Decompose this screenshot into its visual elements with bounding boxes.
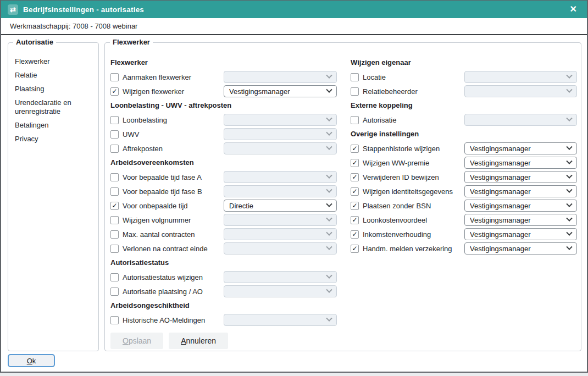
label-voor-onbepaalde-tijd: Voor onbepaalde tijd: [123, 202, 224, 210]
checkbox-stappenhistorie-wijzigen[interactable]: ✓: [351, 145, 359, 153]
checkbox-autorisatiestatus-wijzigen[interactable]: [110, 273, 119, 281]
checkbox-autorisatie-plaatsing-ao[interactable]: [110, 287, 119, 296]
label-autorisatie-plaatsing-ao: Autorisatie plaatsing / AO: [123, 287, 224, 296]
company-label: Werkmaatschappij: 7008 - 7008 webinar: [10, 22, 137, 30]
sidebar-item-flexwerker[interactable]: Flexwerker: [15, 57, 93, 66]
chevron-down-icon: [566, 215, 572, 222]
dropdown-wijzigen-ww-premie[interactable]: Vestigingsmanager: [464, 157, 577, 169]
setting-row-handm-melden-verzekering: ✓Handm. melden verzekeringVestigingsmana…: [350, 241, 576, 256]
setting-row-stappenhistorie-wijzigen: ✓Stappenhistorie wijzigenVestigingsmanag…: [350, 141, 576, 156]
label-max-aantal-contracten: Max. aantal contracten: [123, 230, 224, 239]
label-verlonen-na-contract-einde: Verlonen na contract einde: [123, 245, 224, 253]
dropdown-verlonen-na-contract-einde[interactable]: [224, 242, 337, 255]
sidebar-item-privacy[interactable]: Privacy: [15, 135, 93, 143]
dropdown-handm-melden-verzekering[interactable]: Vestigingsmanager: [464, 242, 577, 255]
setting-row-verlonen-na-contract-einde: Verlonen na contract einde: [109, 241, 342, 256]
sidebar-item-urendeclaratie-en-urenregistratie[interactable]: Urendeclaratie en urenregistratie: [15, 98, 93, 116]
setting-row-wijzigen-ww-premie: ✓Wijzigen WW-premieVestigingsmanager: [350, 156, 576, 170]
label-locatie: Locatie: [363, 73, 464, 81]
dropdown-aanmaken-flexwerker[interactable]: [224, 71, 337, 83]
dropdown-loonkostenvoordeel[interactable]: Vestigingsmanager: [464, 214, 577, 226]
checkbox-verlonen-na-contract-einde[interactable]: [110, 245, 119, 253]
dropdown-value-verwijderen-id-bewijzen: Vestigingsmanager: [470, 173, 531, 181]
dropdown-wijzigen-flexwerker[interactable]: Vestigingsmanager: [224, 85, 337, 97]
dropdown-relatiebeheerder[interactable]: [464, 85, 577, 97]
chevron-down-icon: [326, 144, 332, 150]
setting-row-loonbelasting: Loonbelasting: [109, 113, 342, 127]
label-inkomstenverhouding: Inkomstenverhouding: [363, 230, 464, 239]
ok-button[interactable]: Ok: [8, 354, 55, 367]
sidebar-items: FlexwerkerRelatiePlaatsingUrendeclaratie…: [8, 43, 98, 143]
dropdown-locatie[interactable]: [464, 71, 577, 83]
setting-row-voor-bepaalde-tijd-fase-a: Voor bepaalde tijd fase A: [109, 170, 342, 184]
checkbox-loonbelasting[interactable]: [110, 116, 119, 124]
checkbox-historische-ao-meldingen[interactable]: [110, 316, 119, 324]
dropdown-loonbelasting[interactable]: [224, 114, 337, 126]
dropdown-autorisatie-plaatsing-ao[interactable]: [224, 285, 337, 297]
section-heading-arbeidsovereenkomsten: Arbeidsovereenkomsten: [110, 158, 342, 167]
save-button[interactable]: Opslaan: [110, 333, 163, 349]
section-heading-autorisatiestatus: Autorisatiestatus: [110, 258, 342, 267]
checkbox-relatiebeheerder[interactable]: [351, 87, 359, 96]
checkbox-voor-bepaalde-tijd-fase-a[interactable]: [110, 173, 119, 181]
checkbox-uwv[interactable]: [110, 130, 119, 139]
sidebar-item-plaatsing[interactable]: Plaatsing: [15, 85, 93, 93]
dropdown-plaatsen-zonder-bsn[interactable]: Vestigingsmanager: [464, 200, 577, 212]
chevron-down-icon: [326, 173, 332, 179]
dropdown-max-aantal-contracten[interactable]: [224, 228, 337, 240]
dropdown-voor-bepaalde-tijd-fase-a[interactable]: [224, 171, 337, 183]
cancel-button[interactable]: Annuleren: [169, 333, 228, 349]
dropdown-value-inkomstenverhouding: Vestigingsmanager: [470, 230, 531, 239]
dropdown-aftrekposten[interactable]: [224, 142, 337, 154]
setting-row-voor-bepaalde-tijd-fase-b: Voor bepaalde tijd fase B: [109, 184, 342, 198]
chevron-down-icon: [566, 173, 572, 179]
label-uwv: UWV: [123, 130, 224, 139]
checkbox-wijzigen-identiteitsgegevens[interactable]: ✓: [351, 187, 359, 196]
checkbox-autorisatie[interactable]: [351, 116, 359, 124]
label-aftrekposten: Aftrekposten: [123, 145, 224, 153]
checkbox-plaatsen-zonder-bsn[interactable]: ✓: [351, 202, 359, 210]
dropdown-wijzigen-volgnummer[interactable]: [224, 214, 337, 226]
checkbox-wijzigen-volgnummer[interactable]: [110, 216, 119, 224]
checkbox-inkomstenverhouding[interactable]: ✓: [351, 230, 359, 239]
dropdown-stappenhistorie-wijzigen[interactable]: Vestigingsmanager: [464, 142, 577, 154]
dropdown-historische-ao-meldingen[interactable]: [224, 314, 337, 326]
close-icon[interactable]: ✕: [567, 4, 580, 15]
setting-row-max-aantal-contracten: Max. aantal contracten: [109, 227, 342, 241]
dropdown-autorisatie[interactable]: [464, 114, 577, 126]
dropdown-voor-onbepaalde-tijd[interactable]: Directie: [224, 200, 337, 212]
checkbox-verwijderen-id-bewijzen[interactable]: ✓: [351, 173, 359, 181]
dropdown-verwijderen-id-bewijzen[interactable]: Vestigingsmanager: [464, 171, 577, 183]
chevron-down-icon: [326, 230, 332, 236]
dropdown-autorisatiestatus-wijzigen[interactable]: [224, 271, 337, 283]
label-autorisatiestatus-wijzigen: Autorisatiestatus wijzigen: [123, 273, 224, 281]
checkbox-aftrekposten[interactable]: [110, 145, 119, 153]
checkbox-loonkostenvoordeel[interactable]: ✓: [351, 216, 359, 224]
setting-row-wijzigen-flexwerker: ✓Wijzigen flexwerkerVestigingsmanager: [109, 84, 342, 98]
dropdown-inkomstenverhouding[interactable]: Vestigingsmanager: [464, 228, 577, 240]
setting-row-loonkostenvoordeel: ✓LoonkostenvoordeelVestigingsmanager: [350, 213, 576, 227]
settings-column-right: Wijzigen eigenaarLocatieRelatiebeheerder…: [350, 56, 576, 256]
checkbox-wijzigen-ww-premie[interactable]: ✓: [351, 159, 359, 167]
sidebar-item-relatie[interactable]: Relatie: [15, 71, 93, 80]
label-plaatsen-zonder-bsn: Plaatsen zonder BSN: [363, 202, 464, 210]
dropdown-wijzigen-identiteitsgegevens[interactable]: Vestigingsmanager: [464, 185, 577, 197]
dropdown-value-wijzigen-flexwerker: Vestigingsmanager: [229, 87, 290, 96]
checkbox-wijzigen-flexwerker[interactable]: ✓: [110, 87, 119, 96]
setting-row-plaatsen-zonder-bsn: ✓Plaatsen zonder BSNVestigingsmanager: [350, 198, 576, 213]
sidebar-legend: Autorisatie: [13, 38, 56, 46]
checkbox-voor-bepaalde-tijd-fase-b[interactable]: [110, 187, 119, 196]
checkbox-locatie[interactable]: [351, 73, 359, 81]
checkbox-max-aantal-contracten[interactable]: [110, 230, 119, 239]
chevron-down-icon: [326, 115, 332, 121]
checkbox-voor-onbepaalde-tijd[interactable]: ✓: [110, 202, 119, 210]
setting-row-historische-ao-meldingen: Historische AO-Meldingen: [109, 313, 342, 327]
checkbox-aanmaken-flexwerker[interactable]: [110, 73, 119, 81]
checkbox-handm-melden-verzekering[interactable]: ✓: [351, 245, 359, 253]
dropdown-voor-bepaalde-tijd-fase-b[interactable]: [224, 185, 337, 197]
section-heading-overige-instellingen: Overige instellingen: [351, 130, 576, 139]
chevron-down-icon: [566, 73, 572, 79]
dropdown-uwv[interactable]: [224, 128, 337, 140]
sidebar-item-betalingen[interactable]: Betalingen: [15, 121, 93, 130]
label-aanmaken-flexwerker: Aanmaken flexwerker: [123, 73, 224, 81]
